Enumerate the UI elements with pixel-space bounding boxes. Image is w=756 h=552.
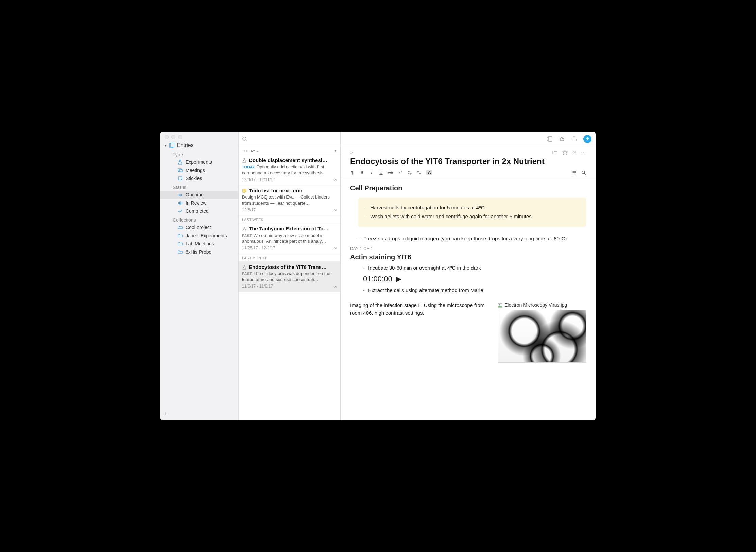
underline-button[interactable]: U xyxy=(379,170,383,175)
sidebar-item[interactable]: Experiments xyxy=(160,158,238,166)
check-icon xyxy=(177,208,183,214)
sidebar-add-button[interactable]: + xyxy=(160,408,238,420)
share-icon[interactable] xyxy=(571,136,577,142)
thumbs-up-icon[interactable] xyxy=(559,136,565,142)
flask-icon xyxy=(242,227,247,231)
sidebar-item[interactable]: ∞Ongoing xyxy=(160,191,238,199)
search-bar[interactable] xyxy=(239,132,340,146)
sidebar-root[interactable]: ▼ Entries xyxy=(160,141,238,150)
svg-rect-5 xyxy=(548,137,552,141)
sticky-icon xyxy=(177,176,183,181)
sort-label: TODAY xyxy=(242,149,255,153)
svg-point-2 xyxy=(179,202,181,204)
star-icon[interactable] xyxy=(562,150,568,155)
play-icon[interactable]: ▶ xyxy=(396,273,401,284)
svg-point-9 xyxy=(417,171,419,172)
paragraph-icon[interactable]: ¶ xyxy=(350,170,355,175)
chevron-down-icon: ⌄ xyxy=(257,149,260,153)
sidebar-item[interactable]: Lab Meetings xyxy=(160,240,238,248)
sidebar-item[interactable]: Completed xyxy=(160,207,238,215)
eye-icon xyxy=(177,200,183,206)
new-entry-button[interactable]: + xyxy=(583,135,591,143)
sidebar: ▼ Entries TypeExperimentsMeetingsStickie… xyxy=(160,132,239,420)
sidebar-item[interactable]: Cool project xyxy=(160,223,238,231)
imaging-note: Imaging of the infection stage II. Using… xyxy=(350,301,489,363)
entry-list-item[interactable]: Double displacement synthesi…TODAY Optio… xyxy=(239,155,340,185)
svg-point-21 xyxy=(499,304,500,305)
sidebar-item[interactable]: 6xHis Probe xyxy=(160,248,238,256)
folder-icon xyxy=(177,233,183,238)
zoom-dot[interactable] xyxy=(178,135,182,139)
entry-badge: TODAY xyxy=(242,165,256,169)
timer[interactable]: 01:00:00 ▶ xyxy=(350,273,586,284)
entry-title: Double displacement synthesi… xyxy=(249,157,327,164)
entry-content[interactable]: Cell Preparation -Harvest cells by centr… xyxy=(341,178,596,420)
highlight-button[interactable]: A xyxy=(426,170,432,175)
list-group-label: LAST MONTH xyxy=(239,254,340,262)
format-bar: ¶ B I U ab x2 x2 A xyxy=(341,168,596,178)
strike-button[interactable]: ab xyxy=(388,170,393,175)
entry-excerpt: TODAY Optionally add acetic acid with fi… xyxy=(242,164,337,176)
close-dot[interactable] xyxy=(165,135,169,139)
entry-excerpt: Design MCQ test with Eva — Collect binde… xyxy=(242,194,337,206)
sidebar-item[interactable]: Meetings xyxy=(160,166,238,174)
bold-button[interactable]: B xyxy=(360,170,364,175)
sticky-yellow-icon xyxy=(242,188,247,193)
sidebar-item-label: In Review xyxy=(186,200,206,206)
library-icon[interactable] xyxy=(547,136,553,142)
callout-item: Harvest cells by centrifugation for 5 mi… xyxy=(370,204,484,212)
callout-block: -Harvest cells by centrifugation for 5 m… xyxy=(358,198,586,227)
infinity-icon: ∞ xyxy=(333,245,337,252)
entry-list-item[interactable]: Endocytosis of the YIT6 Trans…PAST The e… xyxy=(239,262,340,292)
image-file-icon xyxy=(498,303,502,308)
sidebar-item-label: 6xHis Probe xyxy=(186,249,211,255)
sidebar-item-label: Lab Meetings xyxy=(186,241,214,246)
sidebar-item[interactable]: Stickies xyxy=(160,174,238,183)
svg-line-11 xyxy=(419,172,420,173)
main-toolbar: + xyxy=(341,132,596,146)
entries-icon xyxy=(169,143,175,148)
sidebar-group-label: Collections xyxy=(160,215,238,223)
chat-icon xyxy=(177,168,183,173)
attachment-block[interactable]: Electron Microscopy Virus.jpg xyxy=(498,301,586,363)
collapse-icon[interactable]: » xyxy=(350,150,353,155)
flask-icon xyxy=(242,158,247,163)
window-traffic-lights xyxy=(160,132,238,141)
sidebar-group-label: Type xyxy=(160,150,238,158)
infinity-icon: ∞ xyxy=(333,176,337,183)
attachment-filename: Electron Microscopy Virus.jpg xyxy=(504,301,567,309)
entry-list-item[interactable]: Todo list for next termDesign MCQ test w… xyxy=(239,185,340,215)
entry-list-body[interactable]: Double displacement synthesi…TODAY Optio… xyxy=(239,155,340,420)
infinity-icon: ∞ xyxy=(177,192,183,197)
folder-icon xyxy=(177,241,183,246)
superscript-button[interactable]: x2 xyxy=(398,170,402,175)
sort-direction-icon[interactable]: ↑↓ xyxy=(334,149,337,153)
sidebar-root-label: Entries xyxy=(177,142,194,149)
outline-button[interactable] xyxy=(572,170,577,175)
entry-date: 12/4/17 - 12/11/17 xyxy=(242,177,275,183)
minimize-dot[interactable] xyxy=(171,135,175,139)
entry-list-item[interactable]: The Tachyonic Extension of To…PAST We ob… xyxy=(239,223,340,254)
folder-icon[interactable] xyxy=(552,150,557,155)
section-heading: Actin staining YIT6 xyxy=(350,252,586,262)
italic-button[interactable]: I xyxy=(369,170,374,175)
sidebar-item-label: Ongoing xyxy=(186,192,204,197)
flask-icon xyxy=(242,265,247,270)
bullet-item: Freeze as drops in liquid nitrogen (you … xyxy=(363,235,567,243)
list-group-label: LAST WEEK xyxy=(239,215,340,223)
more-icon[interactable]: ··· xyxy=(581,150,586,155)
entry-title[interactable]: Endocytosis of the YIT6 Transporter in 2… xyxy=(341,157,596,168)
list-sort-header[interactable]: TODAY ⌄ ↑↓ xyxy=(239,146,340,155)
infinity-icon[interactable]: ∞ xyxy=(572,149,576,155)
svg-line-4 xyxy=(246,140,247,141)
find-button[interactable] xyxy=(581,170,586,175)
folder-icon xyxy=(177,225,183,230)
svg-point-10 xyxy=(419,173,421,174)
svg-point-16 xyxy=(572,172,573,173)
sidebar-item[interactable]: In Review xyxy=(160,199,238,207)
link-button[interactable] xyxy=(417,170,422,175)
entry-badge: PAST xyxy=(242,272,253,276)
sidebar-item[interactable]: Jane's Experiments xyxy=(160,231,238,240)
subscript-button[interactable]: x2 xyxy=(407,170,412,176)
sidebar-item-label: Stickies xyxy=(186,176,202,181)
